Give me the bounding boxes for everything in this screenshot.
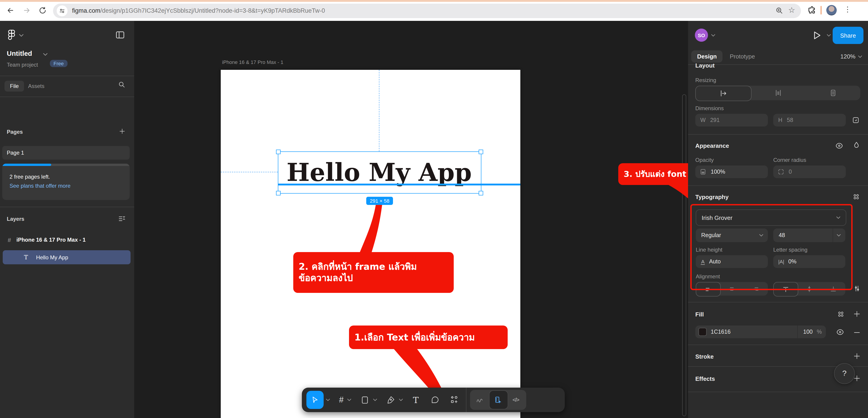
align-right-button[interactable]: [744, 282, 768, 296]
text-tool-icon[interactable]: T: [413, 395, 418, 405]
share-button[interactable]: Share: [833, 27, 864, 44]
font-weight-select[interactable]: Regular: [696, 229, 768, 242]
resizing-option-hug[interactable]: [751, 86, 805, 100]
artboard[interactable]: [221, 70, 520, 418]
align-center-button[interactable]: [720, 282, 744, 296]
layers-options-icon[interactable]: [118, 215, 126, 222]
align-left-button[interactable]: [696, 282, 721, 297]
toolbar: # T </>: [302, 388, 565, 412]
zoom-menu[interactable]: 120%: [840, 53, 862, 60]
layer-row-text-selected[interactable]: T Hello My App: [3, 250, 130, 264]
browser-profile-avatar[interactable]: [826, 5, 837, 16]
fill-visibility-icon[interactable]: [836, 328, 844, 336]
help-button[interactable]: ?: [834, 363, 855, 384]
toggle-panel-icon[interactable]: [115, 30, 125, 40]
page-list-item[interactable]: Page 1: [2, 146, 130, 159]
bookmark-star-icon[interactable]: ☆: [788, 5, 795, 15]
divider: [688, 392, 868, 392]
type-styles-icon[interactable]: [852, 193, 860, 201]
selection-box[interactable]: [278, 151, 482, 193]
frame-title-label[interactable]: iPhone 16 & 17 Pro Max - 1: [222, 59, 283, 65]
frame-tool-icon[interactable]: #: [339, 395, 344, 405]
align-bottom-icon: [830, 285, 837, 293]
reload-icon[interactable]: [38, 6, 47, 14]
shape-tool-icon[interactable]: [360, 395, 369, 405]
remove-fill-icon[interactable]: [853, 329, 861, 336]
resize-fixed-icon: [719, 89, 728, 98]
fill-styles-icon[interactable]: [837, 310, 845, 318]
forward-icon[interactable]: [23, 6, 31, 14]
align-middle-button[interactable]: [797, 282, 821, 296]
font-weight-chevron-icon: [759, 234, 763, 237]
callout-step1: 1.เลือก Text เพื่อเพิ่มข้อความ: [349, 326, 508, 349]
canvas-scrollbar[interactable]: [682, 94, 686, 416]
corner-radius-value: 0: [789, 169, 792, 175]
constrain-proportions-icon[interactable]: [852, 116, 860, 124]
actions-tool-icon[interactable]: [450, 395, 459, 405]
figma-menu-chevron-icon[interactable]: [19, 34, 24, 37]
site-info-icon[interactable]: [57, 5, 67, 16]
figma-logo-icon[interactable]: [8, 29, 16, 41]
present-chevron-icon[interactable]: [827, 34, 831, 37]
align-bottom-button[interactable]: [821, 282, 845, 296]
tab-file[interactable]: File: [4, 81, 24, 92]
add-stroke-icon[interactable]: [853, 352, 861, 360]
corner-radius-field[interactable]: 0: [773, 166, 846, 178]
tab-design[interactable]: Design: [691, 50, 723, 63]
visibility-icon[interactable]: [835, 142, 843, 150]
tab-assets[interactable]: Assets: [28, 83, 44, 89]
add-fill-icon[interactable]: [853, 310, 861, 318]
measure-tool-button[interactable]: [489, 390, 508, 409]
avatar-chevron-icon[interactable]: [711, 34, 715, 37]
selection-handle-se[interactable]: [478, 191, 483, 196]
fill-row[interactable]: 1C1616 100 %: [695, 326, 826, 338]
pen-tool-icon[interactable]: [386, 395, 395, 405]
tab-prototype[interactable]: Prototype: [730, 53, 755, 60]
selection-handle-ne[interactable]: [478, 150, 483, 154]
zoom-page-icon[interactable]: [776, 7, 783, 14]
selection-handle-nw[interactable]: [276, 150, 281, 154]
move-tool-button[interactable]: [306, 391, 323, 409]
divider: [0, 96, 134, 97]
fill-color-swatch[interactable]: [699, 328, 707, 336]
frame-tool-chevron-icon[interactable]: [347, 398, 351, 401]
file-title[interactable]: Untitled: [7, 50, 32, 57]
type-settings-icon[interactable]: [853, 285, 861, 292]
line-height-field[interactable]: A Auto: [696, 255, 768, 268]
resizing-option-fixed[interactable]: [695, 86, 751, 101]
code-mode-icon[interactable]: </>: [513, 397, 519, 403]
resizing-segmented-control: [695, 86, 860, 100]
divider: [688, 345, 868, 345]
back-icon[interactable]: [6, 6, 14, 14]
url-bar[interactable]: figma.com/design/p1GGh7IC342ejYcSbblszj/…: [53, 4, 801, 18]
width-field[interactable]: W 291: [695, 114, 768, 126]
align-middle-icon: [805, 285, 813, 293]
font-family-select[interactable]: Irish Grover: [696, 209, 846, 226]
move-tool-chevron-icon[interactable]: [326, 398, 330, 401]
avatar[interactable]: SO: [695, 29, 708, 42]
comment-tool-icon[interactable]: [430, 395, 439, 405]
pen-tool-chevron-icon[interactable]: [399, 398, 403, 401]
align-top-icon: [782, 286, 789, 293]
letter-spacing-field[interactable]: |A| 0%: [773, 255, 845, 268]
draw-annotate-icon[interactable]: [475, 395, 484, 405]
see-plans-link[interactable]: See plans that offer more: [9, 183, 70, 189]
guide-vertical: [379, 70, 379, 151]
selection-handle-sw[interactable]: [276, 191, 281, 196]
blend-droplet-icon[interactable]: [852, 141, 861, 150]
file-title-chevron-icon[interactable]: [43, 53, 48, 56]
align-top-button[interactable]: [773, 282, 798, 297]
search-icon[interactable]: [118, 81, 126, 88]
shape-tool-chevron-icon[interactable]: [373, 398, 377, 401]
font-size-field[interactable]: 48: [773, 229, 845, 242]
canvas[interactable]: iPhone 16 & 17 Pro Max - 1 Hello My App …: [134, 21, 688, 418]
extensions-icon[interactable]: [808, 6, 816, 14]
add-page-icon[interactable]: [119, 128, 126, 135]
resizing-option-fill[interactable]: [805, 86, 860, 100]
browser-menu-icon[interactable]: ⋮: [844, 5, 851, 13]
present-play-icon[interactable]: [811, 30, 822, 41]
fill-percent-sign: %: [817, 329, 822, 335]
opacity-field[interactable]: 100%: [695, 166, 768, 178]
layer-row-frame[interactable]: # iPhone 16 & 17 Pro Max - 1: [3, 234, 130, 246]
height-field[interactable]: H 58: [773, 114, 846, 126]
